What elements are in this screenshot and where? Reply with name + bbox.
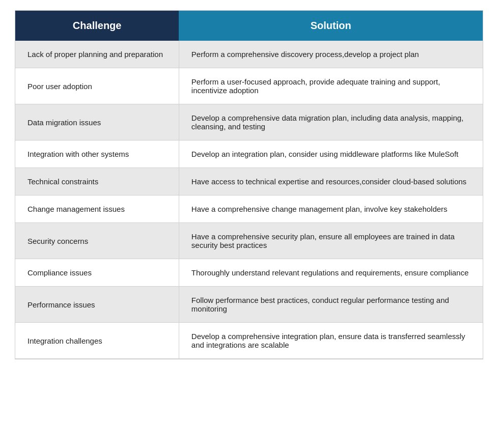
challenge-cell: Lack of proper planning and preparation — [15, 41, 179, 68]
challenge-cell: Data migration issues — [15, 104, 179, 141]
table-row: Change management issuesHave a comprehen… — [15, 195, 483, 223]
solution-cell: Have access to technical expertise and r… — [179, 168, 483, 195]
table-row: Compliance issuesThoroughly understand r… — [15, 259, 483, 287]
table-row: Lack of proper planning and preparationP… — [15, 41, 483, 68]
solution-cell: Follow performance best practices, condu… — [179, 287, 483, 323]
table-row: Performance issuesFollow performance bes… — [15, 287, 483, 323]
challenge-cell: Security concerns — [15, 223, 179, 259]
table-row: Poor user adoptionPerform a user-focused… — [15, 68, 483, 104]
table-row: Integration with other systemsDevelop an… — [15, 141, 483, 168]
challenge-header: Challenge — [15, 11, 179, 41]
solution-cell: Have a comprehensive security plan, ensu… — [179, 223, 483, 259]
solution-cell: Thoroughly understand relevant regulatio… — [179, 259, 483, 287]
solution-cell: Develop a comprehensive integration plan… — [179, 323, 483, 359]
challenge-cell: Performance issues — [15, 287, 179, 323]
challenge-cell: Integration with other systems — [15, 141, 179, 168]
solution-cell: Perform a comprehensive discovery proces… — [179, 41, 483, 68]
solution-cell: Perform a user-focused approach, provide… — [179, 68, 483, 104]
table-row: Security concernsHave a comprehensive se… — [15, 223, 483, 259]
solution-cell: Have a comprehensive change management p… — [179, 195, 483, 223]
challenge-cell: Poor user adoption — [15, 68, 179, 104]
table-row: Integration challengesDevelop a comprehe… — [15, 323, 483, 359]
solution-cell: Develop an integration plan, consider us… — [179, 141, 483, 168]
challenge-cell: Integration challenges — [15, 323, 179, 359]
solution-header: Solution — [179, 11, 483, 41]
challenge-solution-table: Challenge Solution Lack of proper planni… — [15, 10, 483, 359]
table-row: Technical constraintsHave access to tech… — [15, 168, 483, 195]
challenge-cell: Change management issues — [15, 195, 179, 223]
challenge-cell: Compliance issues — [15, 259, 179, 287]
challenge-cell: Technical constraints — [15, 168, 179, 195]
table-row: Data migration issuesDevelop a comprehen… — [15, 104, 483, 141]
solution-cell: Develop a comprehensive data migration p… — [179, 104, 483, 141]
